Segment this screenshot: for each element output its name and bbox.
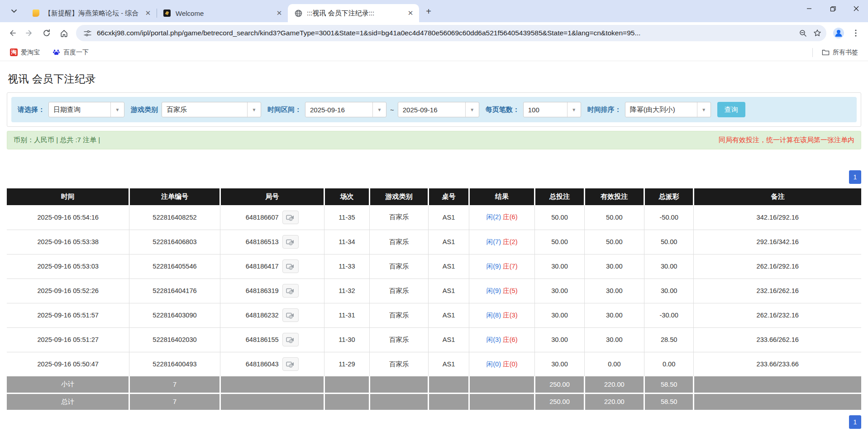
bookmark-star-icon[interactable]	[811, 27, 824, 39]
total-bet-link[interactable]: 30.00	[535, 352, 585, 376]
table-row: 2025-09-16 05:51:57 522816403090 6481862…	[7, 303, 861, 327]
total-valid-bet: 220.00	[584, 393, 644, 410]
subtotal-payout: 58.50	[644, 376, 694, 393]
bet-records-table: 时间 注单编号 局号 场次 游戏类别 桌号 结果 总投注 有效投注 总派彩 备注…	[7, 188, 861, 410]
bet-time: 2025-09-16 05:51:27	[7, 327, 129, 352]
result-player: 闲(2)	[486, 213, 501, 221]
payout: 28.50	[644, 327, 694, 352]
remark: 233.66/233.66	[694, 352, 861, 376]
date-from-select[interactable]: 2025-09-16 ▼	[305, 102, 386, 117]
table-number: AS1	[429, 279, 469, 303]
all-bookmarks-label: 所有书签	[833, 48, 858, 57]
page-title: 视讯 会员下注纪录	[8, 72, 861, 86]
date-to-select[interactable]: 2025-09-16 ▼	[398, 102, 479, 117]
col-round-id: 局号	[220, 188, 324, 205]
reload-button[interactable]	[39, 25, 54, 41]
result-cell: 闲(9) 庄(7)	[469, 254, 534, 279]
home-button[interactable]	[56, 25, 72, 41]
video-replay-button[interactable]	[282, 211, 299, 224]
browser-toolbar: 66cxkj98.com/ipl/portal.php/game/betreco…	[0, 22, 868, 44]
video-replay-button[interactable]	[282, 235, 299, 249]
back-button[interactable]	[5, 25, 20, 41]
chevron-down-icon: ▼	[567, 102, 581, 117]
total-bet-link[interactable]: 50.00	[535, 230, 585, 254]
result-cell: 闲(9) 庄(5)	[469, 279, 534, 303]
video-replay-button[interactable]	[282, 259, 299, 273]
summary-info-bar: 币别：人民币 | 总共 :7 注单 | 同局有效投注，统一计算在该局第一张注单内	[7, 131, 861, 149]
tab-close-icon[interactable]: ✕	[144, 9, 152, 17]
chevron-down-icon: ▼	[372, 102, 386, 117]
site-settings-icon[interactable]	[81, 27, 93, 39]
round-id: 648186607	[246, 214, 279, 221]
col-bet-id: 注单编号	[129, 188, 220, 205]
video-replay-button[interactable]	[282, 308, 299, 322]
col-payout: 总派彩	[644, 188, 694, 205]
table-number: AS1	[429, 327, 469, 352]
video-replay-button[interactable]	[282, 284, 299, 298]
payout: 0.00	[644, 352, 694, 376]
video-replay-button[interactable]	[282, 357, 299, 371]
url-text[interactable]: 66cxkj98.com/ipl/portal.php/game/betreco…	[97, 29, 796, 37]
bet-time: 2025-09-16 05:50:47	[7, 352, 129, 376]
tab-search-button[interactable]	[6, 4, 22, 19]
time-sort-select[interactable]: 降幂(由大到小) ▼	[625, 102, 711, 117]
taobao-icon: 淘	[10, 48, 18, 56]
tab-close-icon[interactable]: ✕	[406, 9, 415, 17]
total-row: 总计 7 250.00 220.00 58.50	[7, 393, 861, 410]
all-bookmarks-button[interactable]: 所有书签	[818, 46, 862, 59]
tab-close-icon[interactable]: ✕	[275, 9, 283, 17]
browser-tab-1[interactable]: 【新提醒】海燕策略论坛 - 综合 ✕	[25, 4, 157, 22]
profile-avatar[interactable]	[831, 25, 846, 41]
search-button[interactable]: 查询	[717, 102, 745, 117]
total-bet-link[interactable]: 30.00	[535, 254, 585, 279]
restore-button[interactable]	[821, 0, 844, 17]
table-number: AS1	[429, 230, 469, 254]
bookmark-taobao[interactable]: 淘 爱淘宝	[6, 46, 43, 59]
subtotal-row: 小计 7 250.00 220.00 58.50	[7, 376, 861, 393]
round-id-cell: 648186319	[220, 279, 324, 303]
filter-bar: 请选择： 日期查询 ▼ 游戏类别 百家乐 ▼ 时间区间： 2025-09-16 …	[11, 97, 857, 122]
browser-tab-strip: 【新提醒】海燕策略论坛 - 综合 ✕ Welcome ✕ :::视讯 会员下注纪…	[0, 0, 868, 22]
total-bet-link[interactable]: 30.00	[535, 327, 585, 352]
table-row: 2025-09-16 05:54:16 522816408252 6481866…	[7, 205, 861, 230]
browser-tab-active[interactable]: :::视讯 会员下注纪录::: ✕	[288, 4, 419, 22]
result-player: 闲(9)	[486, 263, 501, 270]
table-number: AS1	[429, 303, 469, 327]
new-tab-button[interactable]: +	[422, 5, 435, 18]
round-id-cell: 648186607	[220, 205, 324, 230]
tilde-separator: ~	[390, 106, 394, 114]
folder-icon	[822, 49, 830, 56]
page-1-button[interactable]: 1	[849, 415, 861, 429]
result-banker: 庄(6)	[503, 213, 517, 221]
col-result: 结果	[469, 188, 534, 205]
game-category-select[interactable]: 百家乐 ▼	[162, 102, 261, 117]
address-bar[interactable]: 66cxkj98.com/ipl/portal.php/game/betreco…	[76, 25, 826, 41]
session-number: 11-31	[324, 303, 369, 327]
browser-tab-2[interactable]: Welcome ✕	[157, 4, 288, 22]
forward-button[interactable]	[22, 25, 37, 41]
reload-icon	[43, 29, 51, 37]
bookmark-baidu[interactable]: 百度一下	[49, 46, 92, 59]
remark: 342.16/292.16	[694, 205, 861, 230]
query-type-select[interactable]: 日期查询 ▼	[48, 102, 124, 117]
valid-bet-note: 同局有效投注，统一计算在该局第一张注单内	[719, 136, 854, 144]
video-replay-button[interactable]	[282, 333, 299, 346]
forward-arrow-icon	[25, 29, 33, 37]
page-1-button[interactable]: 1	[849, 170, 861, 184]
chevron-down-icon: ▼	[110, 102, 124, 117]
bookmark-label: 百度一下	[63, 48, 89, 57]
browser-menu-button[interactable]	[848, 25, 863, 41]
result-banker: 庄(5)	[503, 287, 517, 294]
per-page-select[interactable]: 100 ▼	[523, 102, 581, 117]
total-bet-link[interactable]: 30.00	[535, 303, 585, 327]
minimize-button[interactable]	[797, 0, 821, 17]
zoom-out-icon[interactable]	[796, 27, 809, 39]
baidu-paw-icon	[52, 48, 60, 57]
subtotal-valid-bet: 220.00	[584, 376, 644, 393]
total-bet-link[interactable]: 50.00	[535, 205, 585, 230]
round-id: 648186417	[246, 263, 279, 270]
close-window-button[interactable]	[844, 0, 868, 17]
total-bet-link[interactable]: 30.00	[535, 279, 585, 303]
bet-time: 2025-09-16 05:52:26	[7, 279, 129, 303]
three-dot-menu-icon	[855, 29, 857, 37]
